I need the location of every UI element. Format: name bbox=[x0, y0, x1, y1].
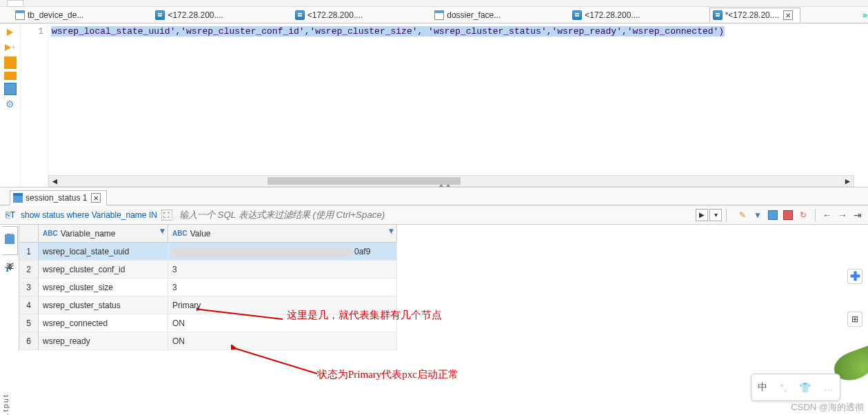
separator bbox=[726, 208, 727, 222]
cell-variable-name[interactable]: wsrep_cluster_size bbox=[39, 279, 168, 296]
row-number: 6 bbox=[19, 332, 39, 350]
gear-icon[interactable] bbox=[4, 98, 17, 110]
right-float-palette: ✚ ⊞ bbox=[847, 269, 867, 354]
row-number: 3 bbox=[19, 279, 39, 296]
filter-dropdown-button[interactable]: ▾ bbox=[709, 209, 722, 221]
editor-tab-bar: tb_device_de... <172.28.200.... <172.28.… bbox=[0, 7, 868, 23]
editor-tab[interactable]: tb_device_de... bbox=[12, 8, 90, 23]
palette-button[interactable]: ✚ bbox=[847, 269, 862, 284]
editor-tab[interactable]: <172.28.200.... bbox=[292, 8, 370, 23]
cell-value[interactable]: Primary bbox=[168, 296, 397, 314]
script-icon[interactable] bbox=[4, 57, 17, 69]
scroll-left-icon[interactable]: ◄ bbox=[49, 176, 61, 186]
cell-variable-name[interactable]: wsrep_cluster_conf_id bbox=[39, 261, 168, 279]
result-area: 网格 文本 ABC Variable_name ▼̣ ABC Value ▼̣ … bbox=[0, 225, 868, 350]
sort-icon[interactable]: ▼̣ bbox=[389, 227, 394, 234]
cell-variable-name[interactable]: wsrep_connected bbox=[39, 314, 168, 332]
next-page-icon[interactable] bbox=[837, 210, 848, 221]
grid-icon bbox=[13, 193, 23, 203]
result-grid: ABC Variable_name ▼̣ ABC Value ▼̣ 1wsrep… bbox=[19, 225, 397, 350]
row-number: 1 bbox=[19, 243, 39, 261]
cell-value[interactable]: 0af9 bbox=[168, 243, 397, 261]
text-view-tab[interactable]: 文本 bbox=[1, 256, 18, 285]
column-header-name[interactable]: ABC Variable_name ▼̣ bbox=[39, 225, 168, 242]
toolbar-button[interactable] bbox=[7, 0, 23, 7]
sort-icon[interactable]: ▼̣ bbox=[160, 227, 165, 234]
editor-tab[interactable]: <172.28.200.... bbox=[152, 8, 230, 23]
output-tab-vertical[interactable]: .tput bbox=[1, 394, 10, 415]
result-side-tabs: 网格 文本 bbox=[0, 225, 19, 350]
table-row[interactable]: 3wsrep_cluster_size3 bbox=[19, 279, 397, 296]
edit-icon[interactable] bbox=[737, 210, 748, 221]
sql-editor[interactable]: 1 wsrep_local_state_uuid','wsrep_cluster… bbox=[21, 23, 868, 187]
svg-line-1 bbox=[236, 349, 317, 374]
ime-lang: 中 bbox=[758, 381, 767, 394]
expand-icon[interactable]: ⛶ bbox=[161, 210, 172, 221]
filter-bar: ⎘T show status where Variable_name IN ⛶ … bbox=[0, 205, 868, 225]
column-label: Value bbox=[190, 229, 211, 239]
scroll-thumb[interactable] bbox=[268, 177, 461, 185]
horizontal-scrollbar[interactable]: ◄ ► bbox=[48, 175, 854, 187]
rownum-header bbox=[19, 225, 39, 242]
table-row[interactable]: 2wsrep_cluster_conf_id3 bbox=[19, 261, 397, 279]
sash-handle[interactable] bbox=[438, 184, 451, 187]
cell-variable-name[interactable]: wsrep_cluster_status bbox=[39, 296, 168, 314]
cell-variable-name[interactable]: wsrep_ready bbox=[39, 332, 168, 350]
ime-indicator[interactable]: 中 °, 👕 … bbox=[751, 374, 840, 401]
close-icon[interactable]: ✕ bbox=[91, 193, 101, 203]
palette-button[interactable]: ⊞ bbox=[847, 312, 862, 327]
sql-source-icon[interactable]: ⎘T bbox=[5, 210, 16, 221]
explain-icon[interactable] bbox=[4, 72, 17, 80]
editor-tab[interactable]: dossier_face... bbox=[432, 8, 507, 23]
watermark: CSDN @海的透彻 bbox=[791, 401, 864, 414]
cell-value[interactable]: ON bbox=[168, 314, 397, 332]
document-icon[interactable] bbox=[4, 83, 17, 95]
table-row[interactable]: 1wsrep_local_state_uuid0af9 bbox=[19, 243, 397, 261]
sql-icon bbox=[572, 10, 582, 20]
editor-tab[interactable]: <172.28.200.... bbox=[569, 8, 647, 23]
toolbar-placeholder bbox=[0, 0, 868, 7]
run-new-icon[interactable] bbox=[4, 41, 17, 54]
table-row[interactable]: 5wsrep_connectedON bbox=[19, 314, 397, 332]
table-row[interactable]: 6wsrep_readyON bbox=[19, 332, 397, 350]
save-icon[interactable] bbox=[767, 210, 778, 221]
refresh-icon[interactable] bbox=[798, 210, 809, 221]
last-page-icon[interactable] bbox=[852, 210, 863, 221]
tab-label: tb_device_de... bbox=[28, 10, 83, 20]
separator bbox=[815, 208, 816, 222]
text-icon bbox=[5, 265, 14, 274]
cell-variable-name[interactable]: wsrep_local_state_uuid bbox=[39, 243, 168, 261]
cell-value[interactable]: 3 bbox=[168, 261, 397, 279]
ime-more: … bbox=[824, 382, 834, 393]
cell-value[interactable]: ON bbox=[168, 332, 397, 350]
column-header-value[interactable]: ABC Value ▼̣ bbox=[168, 225, 397, 242]
ime-punct: °, bbox=[780, 382, 787, 393]
editor-area: 1 wsrep_local_state_uuid','wsrep_cluster… bbox=[0, 23, 868, 188]
revert-icon[interactable] bbox=[783, 210, 794, 221]
funnel-icon[interactable]: ▼ bbox=[752, 210, 763, 221]
editor-tab-active[interactable]: *<172.28.20.... ✕ bbox=[709, 8, 800, 23]
tab-label: <172.28.200.... bbox=[168, 10, 223, 20]
type-icon: ABC bbox=[43, 230, 58, 237]
tab-label: *<172.28.20.... bbox=[725, 10, 779, 20]
tab-label: <172.28.200.... bbox=[585, 10, 640, 20]
cell-value[interactable]: 3 bbox=[168, 279, 397, 296]
prev-page-icon[interactable] bbox=[822, 210, 833, 221]
tab-overflow[interactable]: »₂ bbox=[862, 10, 868, 20]
result-tab[interactable]: session_status 1 ✕ bbox=[10, 190, 107, 205]
tab-label: dossier_face... bbox=[447, 10, 501, 20]
apply-filter-button[interactable]: ▶ bbox=[696, 209, 708, 221]
table-row[interactable]: 4wsrep_cluster_statusPrimary bbox=[19, 296, 397, 314]
filter-input[interactable] bbox=[176, 208, 694, 222]
scroll-right-icon[interactable]: ► bbox=[842, 176, 854, 186]
result-tab-bar: session_status 1 ✕ bbox=[0, 188, 868, 205]
run-icon[interactable] bbox=[4, 26, 17, 39]
close-icon[interactable]: ✕ bbox=[783, 10, 793, 20]
code-line: wsrep_local_state_uuid','wsrep_cluster_c… bbox=[51, 26, 725, 37]
grid-icon bbox=[5, 234, 14, 244]
editor-gutter bbox=[0, 23, 21, 187]
grid-view-tab[interactable]: 网格 bbox=[1, 226, 18, 255]
line-number: 1 bbox=[21, 23, 48, 187]
row-number: 5 bbox=[19, 314, 39, 332]
tab-label: <172.28.200.... bbox=[307, 10, 363, 20]
